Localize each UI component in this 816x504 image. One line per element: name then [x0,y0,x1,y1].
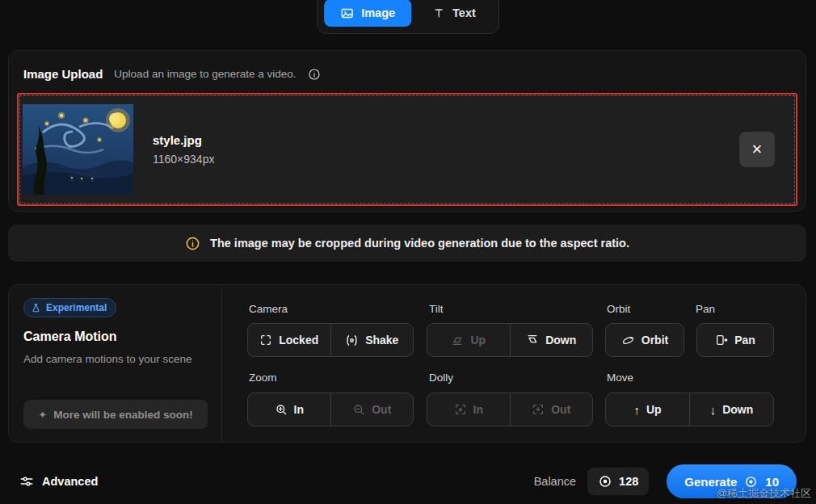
uploaded-file-name: style.jpg [153,133,214,147]
tab-text-label: Text [452,6,476,19]
experimental-badge-label: Experimental [46,302,107,313]
uploaded-image-thumbnail [23,104,133,195]
upload-title: Image Upload [23,67,103,81]
camera-motion-panel: Experimental Camera Motion Add camera mo… [8,284,806,443]
uploaded-file-info: style.jpg 1160×934px [153,133,214,166]
remove-image-button[interactable]: × [739,132,775,167]
dolly-group-label: Dolly [429,372,453,384]
flask-icon [31,303,41,313]
pan-icon [715,334,728,346]
camera-group-label: Camera [249,303,288,315]
crop-notice-banner: The image may be cropped during video ge… [8,225,806,262]
advanced-button[interactable]: Advanced [19,474,98,489]
dolly-out-icon [532,403,545,416]
arrow-up-icon: ↑ [633,403,640,417]
tilt-down-button[interactable]: Down [510,324,593,356]
crop-notice-text: The image may be cropped during video ge… [210,237,629,250]
move-button-group: ↑ Up ↓ Down [605,393,774,426]
footer-bar: Advanced Balance 128 Generate 10 [0,464,816,499]
upload-header: Image Upload Upload an image to generate… [9,51,805,81]
orbit-button[interactable]: Orbit [605,323,684,357]
move-down-label: Down [722,403,753,416]
more-soon-label: More will be enabled soon! [53,409,193,421]
move-up-label: Up [646,403,662,416]
tilt-up-button[interactable]: Up [427,324,510,356]
warning-info-icon [185,236,200,251]
dolly-in-button[interactable]: In [427,393,510,426]
watermark-text: @稀土掘金技术社区 [717,486,811,501]
upload-highlight-frame: style.jpg 1160×934px × [17,93,797,206]
move-up-button[interactable]: ↑ Up [606,393,689,426]
sliders-icon [19,474,34,489]
sparkle-icon: ✦ [38,409,47,421]
tilt-down-label: Down [545,334,576,346]
mode-tabbar: Image Text [317,0,499,34]
orbit-icon [621,334,635,347]
uploaded-file-dimensions: 1160×934px [153,153,214,166]
more-soon-button: ✦ More will be enabled soon! [23,400,208,429]
arrow-down-icon: ↓ [710,403,717,417]
dolly-out-label: Out [551,403,570,416]
tilt-up-icon [451,334,464,346]
orbit-button-label: Orbit [641,334,668,346]
pan-button[interactable]: Pan [696,323,774,357]
tilt-up-label: Up [470,334,486,346]
dolly-button-group: In Out [427,393,593,426]
zoom-in-label: In [294,403,304,416]
pan-group-label: Pan [696,303,715,315]
camera-locked-label: Locked [279,334,318,346]
move-group-label: Move [607,372,633,384]
shake-icon [345,334,359,347]
move-down-button[interactable]: ↓ Down [689,393,773,426]
upload-dropzone[interactable]: style.jpg 1160×934px × [19,95,795,204]
dolly-in-label: In [473,403,483,416]
experimental-badge: Experimental [23,298,116,317]
dolly-in-icon [454,403,467,416]
camera-button-group: Locked Shake [247,323,414,357]
close-icon: × [752,141,763,158]
upload-subtitle: Upload an image to generate a video. [114,68,296,80]
pan-button-label: Pan [734,334,755,346]
camera-motion-sidebar: Experimental Camera Motion Add camera mo… [9,285,222,442]
locked-corners-icon [259,334,272,346]
camera-shake-label: Shake [365,334,398,346]
zoom-out-label: Out [372,403,391,416]
zoom-button-group: In Out [247,393,414,426]
tab-text[interactable]: Text [416,0,492,27]
text-icon [432,6,445,19]
camera-motion-title: Camera Motion [23,330,207,344]
tab-image[interactable]: Image [324,0,411,27]
balance-value: 128 [619,475,638,488]
zoom-out-icon [352,403,365,416]
credits-icon [598,474,612,489]
dolly-out-button[interactable]: Out [510,393,593,426]
camera-locked-button[interactable]: Locked [248,324,330,356]
tilt-button-group: Up Down [427,323,593,357]
zoom-group-label: Zoom [249,372,277,384]
tab-image-label: Image [361,6,395,19]
tilt-group-label: Tilt [429,303,444,315]
info-icon[interactable] [308,68,321,81]
image-upload-panel: Image Upload Upload an image to generate… [8,50,806,212]
camera-shake-button[interactable]: Shake [330,324,414,356]
balance-badge: 128 [587,468,649,495]
zoom-in-icon [275,403,288,416]
zoom-in-button[interactable]: In [248,393,330,426]
tilt-down-icon [526,334,539,346]
orbit-group-label: Orbit [607,303,630,315]
balance-label: Balance [534,475,576,488]
camera-motion-subtitle: Add camera motions to your scene [23,353,207,365]
zoom-out-button[interactable]: Out [330,393,414,426]
advanced-label: Advanced [42,475,98,488]
image-icon [340,6,354,20]
